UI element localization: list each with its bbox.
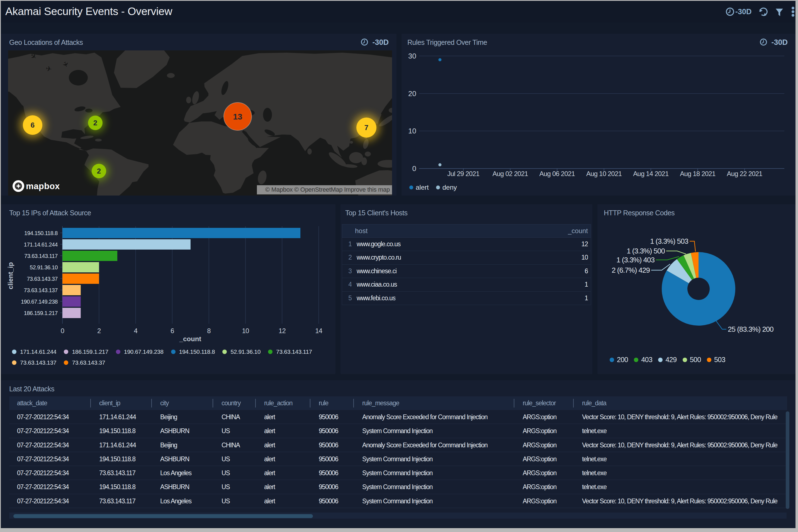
- x-axis-title: _count: [179, 335, 201, 343]
- legend-item[interactable]: 171.14.61.244: [12, 346, 56, 357]
- legend-item[interactable]: 73.63.143.137: [12, 357, 56, 368]
- legend-dot: [436, 186, 440, 189]
- legend-item[interactable]: 186.159.1.217: [64, 346, 108, 357]
- host-count: 12: [581, 238, 588, 251]
- bar-190.67.149.238[interactable]: [62, 296, 81, 307]
- filter-icon[interactable]: [776, 8, 783, 16]
- legend-dot: [64, 360, 68, 365]
- host-rank: 4: [348, 278, 352, 291]
- attacks-cell-rule_message: Anomaly Score Exceeded for Command Injec…: [362, 410, 488, 424]
- attacks-table-row[interactable]: 07-27-202122:54:3473.63.143.117Los Angel…: [9, 494, 787, 508]
- hosts-table-row[interactable]: 2www.crypto.co.ru10: [342, 251, 591, 264]
- y-tick-label: 20: [408, 90, 416, 98]
- map-marker[interactable]: 6: [19, 112, 46, 138]
- header-time-range[interactable]: -30D: [735, 7, 752, 16]
- attacks-cell-rule_data: Vector Score: 10, DENY threshold: 9, Ale…: [582, 410, 777, 424]
- legend-item[interactable]: 190.67.149.238: [116, 346, 164, 357]
- vscrollbar-thumb[interactable]: [786, 412, 790, 509]
- hosts-col-count[interactable]: _count: [568, 225, 588, 237]
- map-marker-count: 6: [31, 121, 35, 129]
- hosts-col-host[interactable]: host: [355, 225, 368, 237]
- attacks-cell-city: ASHBURN: [160, 424, 189, 438]
- legend-item[interactable]: 52.91.36.10: [222, 346, 261, 357]
- legend-label: 52.91.36.10: [230, 348, 261, 355]
- hscrollbar-track[interactable]: [9, 513, 786, 519]
- attacks-cell-attack_date: 07-27-202122:54:34: [17, 480, 69, 494]
- legend-label: alert: [416, 184, 429, 191]
- column-separator: [353, 399, 354, 407]
- kebab-menu-icon[interactable]: [792, 7, 794, 17]
- bar-194.150.118.8[interactable]: [62, 228, 300, 238]
- attacks-col-header[interactable]: city: [160, 396, 169, 410]
- attacks-table-row[interactable]: 07-27-202122:54:34194.150.118.8ASHBURNUS…: [9, 424, 787, 438]
- attacks-table-row[interactable]: 07-27-202122:54:34171.14.61.244BeijingCH…: [9, 438, 787, 452]
- attacks-col-header[interactable]: rule_message: [362, 396, 399, 410]
- bar-73.63.143.137[interactable]: [62, 285, 81, 295]
- legend-item[interactable]: 403: [634, 356, 652, 364]
- legend-item[interactable]: alert: [409, 184, 429, 191]
- attacks-col-header[interactable]: rule_action: [264, 396, 293, 410]
- map-marker[interactable]: 2: [86, 113, 105, 133]
- attacks-cell-rule_message: System Command Injection: [362, 494, 432, 508]
- attacks-cell-rule_action: alert: [264, 480, 275, 494]
- top-ips-chart[interactable]: 02468101214194.150.118.8171.14.61.24473.…: [1, 204, 335, 343]
- map-marker[interactable]: 13: [224, 102, 252, 130]
- legend-item[interactable]: 429: [658, 356, 676, 364]
- hscrollbar-thumb[interactable]: [13, 514, 313, 518]
- attacks-table-row[interactable]: 07-27-202122:54:34194.150.118.8ASHBURNUS…: [9, 480, 787, 494]
- attacks-table-row[interactable]: 07-27-202122:54:34171.14.61.244BeijingCH…: [9, 410, 787, 424]
- legend-item[interactable]: 73.63.143.117: [268, 346, 312, 357]
- hosts-table-header: host _count: [342, 224, 591, 238]
- map-marker[interactable]: 7: [353, 114, 380, 141]
- bar-73.63.143.117[interactable]: [62, 251, 117, 261]
- hosts-table-row[interactable]: 4www.ciaa.co.us1: [342, 278, 591, 291]
- bar-52.91.36.10[interactable]: [62, 262, 99, 272]
- geo-time-range[interactable]: -30D: [360, 38, 389, 45]
- host-name: www.ciaa.co.us: [357, 278, 397, 291]
- attacks-cell-country: US: [222, 452, 230, 466]
- http-codes-donut-chart[interactable]: 25 (83.3%) 2002 (6.7%) 4291 (3.3%) 4031 …: [597, 204, 796, 352]
- map-marker[interactable]: 2: [89, 161, 109, 181]
- host-name: www.crypto.co.ru: [357, 251, 401, 264]
- x-tick-label: Aug 14 2021: [633, 170, 669, 177]
- legend-item[interactable]: 503: [707, 356, 725, 364]
- legend-item[interactable]: deny: [436, 184, 457, 191]
- bar-73.63.143.37[interactable]: [62, 273, 99, 284]
- attacks-col-header[interactable]: rule_selector: [523, 396, 556, 410]
- attacks-table-row[interactable]: 07-27-202122:54:34194.150.118.8ASHBURNUS…: [9, 452, 787, 466]
- legend-label: 194.150.118.8: [179, 348, 215, 355]
- legend-item[interactable]: 500: [683, 356, 701, 364]
- x-tick-label: Aug 02 2021: [493, 170, 528, 177]
- attacks-col-header[interactable]: country: [222, 396, 240, 410]
- attacks-cell-client_ip: 194.150.118.8: [99, 480, 135, 494]
- hosts-table-row[interactable]: 3www.chinese.ci6: [342, 265, 591, 278]
- host-count: 10: [581, 251, 588, 264]
- world-map[interactable]: ✈ ✈ ✈ 621372 mapbox © Mapbox © OpenStree…: [8, 51, 392, 195]
- attacks-col-header[interactable]: attack_date: [17, 396, 47, 410]
- attacks-cell-rule: 950006: [319, 410, 338, 424]
- clock-icon[interactable]: [726, 8, 734, 15]
- attacks-col-header[interactable]: rule: [319, 396, 328, 410]
- rules-chart[interactable]: 3020100Jul 29 2021Aug 02 2021Aug 06 2021…: [402, 34, 796, 195]
- attacks-cell-rule: 950006: [319, 494, 338, 508]
- attacks-col-header[interactable]: rule_data: [582, 396, 606, 410]
- donut-label: 2 (6.7%) 429: [612, 266, 650, 274]
- attacks-col-header[interactable]: client_ip: [99, 396, 120, 410]
- hosts-table-row[interactable]: 1www.gogle.co.us12: [342, 238, 591, 251]
- hosts-table-row[interactable]: 5www.febi.co.us1: [342, 292, 591, 305]
- bar-171.14.61.244[interactable]: [62, 239, 190, 250]
- map-attribution[interactable]: © Mapbox © OpenStreetMap Improve this ma…: [257, 185, 392, 194]
- refresh-icon[interactable]: [760, 8, 767, 16]
- legend-item[interactable]: 194.150.118.8: [171, 346, 215, 357]
- map-marker-count: 2: [97, 167, 101, 175]
- attacks-cell-rule_data: telnet.exe: [582, 452, 607, 466]
- attacks-cell-rule: 950006: [319, 438, 338, 452]
- bar-category-label: 186.159.1.217: [24, 310, 58, 316]
- legend-item[interactable]: 200: [610, 356, 628, 364]
- bar-category-label: 190.67.149.238: [21, 299, 58, 305]
- mapbox-logo[interactable]: mapbox: [13, 180, 60, 192]
- bar-186.159.1.217[interactable]: [62, 308, 81, 318]
- attacks-table-row[interactable]: 07-27-202122:54:3473.63.143.117Los Angel…: [9, 466, 787, 480]
- attacks-cell-attack_date: 07-27-202122:54:34: [17, 438, 69, 452]
- legend-item[interactable]: 73.63.143.37: [64, 357, 105, 368]
